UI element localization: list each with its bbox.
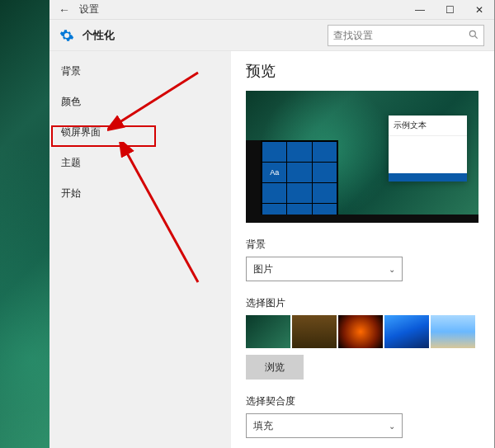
svg-point-0 xyxy=(469,31,475,36)
background-dropdown[interactable]: 图片 ⌄ xyxy=(246,257,403,281)
settings-window: ← 设置 — ☐ ✕ 个性化 背景 颜色 锁屏界面 主题 开始 预览 xyxy=(50,0,495,448)
app-header: 个性化 xyxy=(50,20,494,51)
picture-thumb-4[interactable] xyxy=(384,315,429,348)
sidebar-item-start[interactable]: 开始 xyxy=(50,178,231,209)
picture-thumb-5[interactable] xyxy=(431,315,475,348)
preview-start-menu: Aa xyxy=(246,140,338,223)
chevron-down-icon: ⌄ xyxy=(389,265,395,274)
desktop-wallpaper-strip xyxy=(0,0,50,448)
choose-picture-label: 选择图片 xyxy=(246,296,479,310)
search-icon xyxy=(468,29,479,40)
minimize-button[interactable]: — xyxy=(405,0,435,20)
browse-button[interactable]: 浏览 xyxy=(246,355,304,380)
preview-taskbar xyxy=(246,215,478,223)
picture-thumbnails xyxy=(246,315,479,348)
desktop-preview: Aa 示例文本 xyxy=(246,91,478,223)
sidebar-nav: 背景 颜色 锁屏界面 主题 开始 xyxy=(50,51,231,448)
close-button[interactable]: ✕ xyxy=(464,0,494,20)
sidebar-item-background[interactable]: 背景 xyxy=(50,56,231,87)
chevron-down-icon: ⌄ xyxy=(389,422,395,431)
picture-thumb-1[interactable] xyxy=(246,315,290,348)
svg-line-1 xyxy=(475,35,478,38)
preview-sample-text: 示例文本 xyxy=(389,116,467,136)
window-title: 设置 xyxy=(79,2,99,17)
picture-thumb-3[interactable] xyxy=(338,315,383,348)
fit-value: 填充 xyxy=(253,419,273,433)
gear-icon xyxy=(59,28,74,43)
preview-sample-window: 示例文本 xyxy=(389,116,467,182)
background-label: 背景 xyxy=(246,238,479,252)
fit-dropdown[interactable]: 填充 ⌄ xyxy=(246,413,403,438)
content-area: 预览 Aa 示例文本 背景 xyxy=(231,51,494,448)
maximize-button[interactable]: ☐ xyxy=(435,0,464,20)
window-titlebar: ← 设置 — ☐ ✕ xyxy=(50,0,494,20)
preview-heading: 预览 xyxy=(246,61,479,81)
background-value: 图片 xyxy=(253,262,273,276)
sidebar-item-colors[interactable]: 颜色 xyxy=(50,87,231,117)
preview-aa-tile: Aa xyxy=(262,163,286,182)
picture-thumb-2[interactable] xyxy=(292,315,337,348)
back-button[interactable]: ← xyxy=(58,3,71,17)
page-title: 个性化 xyxy=(82,28,115,43)
fit-label: 选择契合度 xyxy=(246,394,479,408)
search-input[interactable] xyxy=(328,25,484,46)
sidebar-item-lockscreen[interactable]: 锁屏界面 xyxy=(50,117,231,148)
sidebar-item-themes[interactable]: 主题 xyxy=(50,148,231,178)
